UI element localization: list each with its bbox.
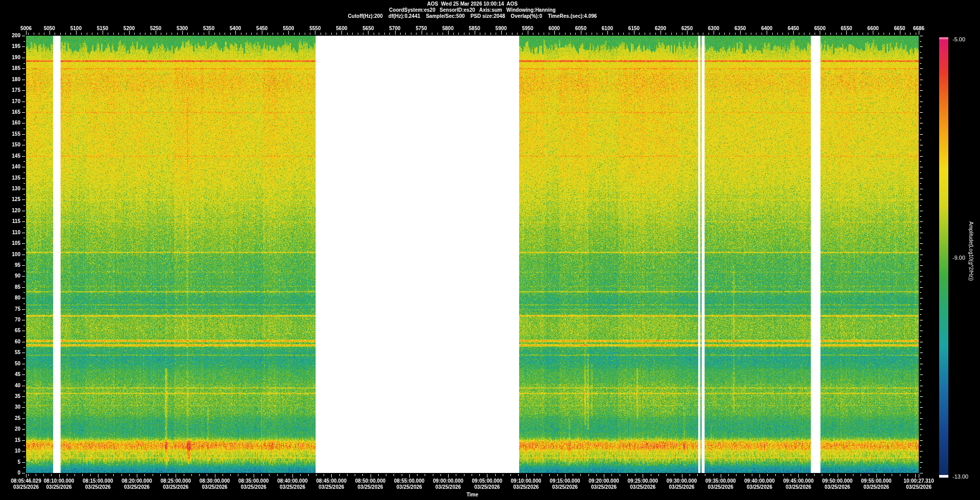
date-value: 03/25/2026 <box>200 484 230 490</box>
frequency-tick-label: 15 <box>3 437 20 443</box>
time-tick-label: 08:40:00.00003/25/2026 <box>277 478 308 490</box>
top-axis-tick-label: 5150 <box>97 26 108 31</box>
frequency-tick-label: 85 <box>3 284 20 290</box>
top-axis-tick-label: 6250 <box>681 26 693 31</box>
spectrogram-plot[interactable] <box>0 0 980 500</box>
amplitude-axis-title: Amplitude(Log10(g^2/Hz)) <box>968 221 974 281</box>
time-tick-label: 08:05:46.02903/25/2026 <box>11 478 41 490</box>
time-value: 08:40:00.000 <box>277 478 308 484</box>
time-tick-label: 09:25:00.00003/25/2026 <box>628 478 658 490</box>
top-axis-tick-label: 6100 <box>602 26 613 31</box>
date-value: 03/25/2026 <box>44 484 75 490</box>
date-value: 03/25/2026 <box>161 484 191 490</box>
frequency-tick-label: 100 <box>3 252 20 257</box>
top-axis-tick-label: 5950 <box>522 26 533 31</box>
time-value: 08:30:00.000 <box>200 478 230 484</box>
top-axis-tick-label: 5250 <box>150 26 161 31</box>
frequency-tick-label: 105 <box>3 240 20 246</box>
top-axis-tick-label: 5600 <box>336 26 347 31</box>
date-value: 03/25/2026 <box>83 484 113 490</box>
time-value: 08:55:00.000 <box>394 478 425 484</box>
date-value: 03/25/2026 <box>628 484 658 490</box>
time-tick-label: 09:10:00.00003/25/2026 <box>511 478 542 490</box>
frequency-tick-label: 160 <box>3 120 20 126</box>
time-value: 09:45:00.000 <box>783 478 814 484</box>
date-value: 03/25/2026 <box>744 484 775 490</box>
frequency-tick-label: 55 <box>3 349 20 355</box>
top-axis-tick-label: 6450 <box>788 26 799 31</box>
date-value: 03/25/2026 <box>316 484 347 490</box>
top-axis-tick-label: 6600 <box>867 26 878 31</box>
header-params-line-1: CoordSystem:es20 SensorID:es20 Axis:sum … <box>26 7 919 13</box>
frequency-tick-label: 170 <box>3 98 20 104</box>
date-value: 03/25/2026 <box>433 484 463 490</box>
frequency-tick-label: 90 <box>3 273 20 279</box>
frequency-tick-label: 50 <box>3 361 20 366</box>
time-tick-label: 09:30:00.00003/25/2026 <box>667 478 697 490</box>
frequency-tick-label: 165 <box>3 109 20 115</box>
top-axis-tick-label: 6650 <box>894 26 905 31</box>
time-tick-label: 10:00:27.31003/25/2026 <box>903 478 934 490</box>
time-tick-label: 09:00:00.00003/25/2026 <box>433 478 463 490</box>
time-value: 09:00:00.000 <box>433 478 463 484</box>
time-tick-label: 08:55:00.00003/25/2026 <box>394 478 425 490</box>
time-tick-label: 08:45:00.00003/25/2026 <box>316 478 347 490</box>
top-axis-tick-label: 5750 <box>415 26 427 31</box>
time-tick-label: 09:35:00.00003/25/2026 <box>705 478 736 490</box>
time-tick-label: 08:10:00.00003/25/2026 <box>44 478 75 490</box>
time-value: 08:15:00.000 <box>83 478 113 484</box>
colorbar-min-label: -13.00 <box>952 473 968 480</box>
time-value: 10:00:27.310 <box>903 478 934 484</box>
top-axis-tick-label: 6350 <box>734 26 746 31</box>
top-axis-tick-label: 5200 <box>124 26 135 31</box>
date-value: 03/25/2026 <box>238 484 269 490</box>
time-value: 09:20:00.000 <box>589 478 619 484</box>
frequency-tick-label: 75 <box>3 306 20 312</box>
frequency-tick-label: 200 <box>3 33 20 38</box>
date-value: 03/25/2026 <box>903 484 934 490</box>
frequency-tick-label: 190 <box>3 55 20 60</box>
time-value: 09:25:00.000 <box>628 478 658 484</box>
time-tick-label: 09:45:00.00003/25/2026 <box>783 478 814 490</box>
frequency-tick-label: 175 <box>3 87 20 93</box>
frequency-tick-label: 70 <box>3 317 20 322</box>
date-value: 03/25/2026 <box>472 484 503 490</box>
date-value: 03/25/2026 <box>277 484 308 490</box>
top-axis-tick-label: 5700 <box>389 26 400 31</box>
date-value: 03/25/2026 <box>783 484 814 490</box>
time-tick-label: 09:20:00.00003/25/2026 <box>589 478 619 490</box>
time-value: 09:50:00.000 <box>822 478 853 484</box>
colorbar-max-label: -5.00 <box>952 36 965 42</box>
frequency-tick-label: 185 <box>3 65 20 71</box>
frequency-tick-label: 5 <box>3 459 20 465</box>
time-tick-label: 08:35:00.00003/25/2026 <box>238 478 269 490</box>
time-axis-title: Time <box>26 492 919 497</box>
frequency-tick-label: 180 <box>3 77 20 82</box>
frequency-tick-label: 20 <box>3 426 20 432</box>
top-axis-tick-label: 6050 <box>575 26 586 31</box>
date-value: 03/25/2026 <box>589 484 619 490</box>
frequency-tick-label: 125 <box>3 196 20 202</box>
top-axis-tick-label: 6686 <box>913 26 924 31</box>
time-value: 09:05:00.000 <box>472 478 503 484</box>
top-axis-tick-label: 5550 <box>309 26 321 31</box>
date-value: 03/25/2026 <box>705 484 736 490</box>
frequency-tick-label: 130 <box>3 186 20 191</box>
frequency-tick-label: 135 <box>3 175 20 181</box>
frequency-tick-label: 115 <box>3 218 20 224</box>
date-value: 03/25/2026 <box>355 484 386 490</box>
time-value: 08:05:46.029 <box>11 478 41 484</box>
date-value: 03/25/2026 <box>861 484 892 490</box>
frequency-tick-label: 10 <box>3 448 20 454</box>
page-title: AOS Wed 25 Mar 2026 10:00:14 AOS <box>26 1 919 7</box>
time-value: 08:25:00.000 <box>161 478 191 484</box>
top-axis-tick-label: 6550 <box>841 26 852 31</box>
time-tick-label: 09:50:00.00003/25/2026 <box>822 478 853 490</box>
frequency-tick-label: 80 <box>3 295 20 301</box>
top-axis-tick-label: 5500 <box>283 26 294 31</box>
top-axis-tick-label: 5800 <box>442 26 453 31</box>
time-value: 08:50:00.000 <box>355 478 386 484</box>
frequency-tick-label: 110 <box>3 230 20 235</box>
time-value: 08:45:00.000 <box>316 478 347 484</box>
time-tick-label: 08:25:00.00003/25/2026 <box>161 478 191 490</box>
